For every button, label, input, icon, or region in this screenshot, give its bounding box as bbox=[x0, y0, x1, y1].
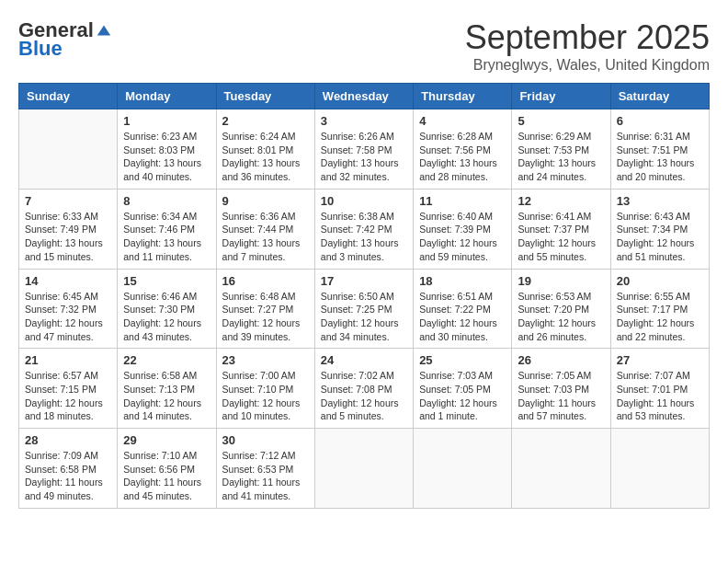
table-row: 28Sunrise: 7:09 AMSunset: 6:58 PMDayligh… bbox=[19, 429, 118, 509]
day-info: Sunrise: 6:55 AMSunset: 7:17 PMDaylight:… bbox=[617, 290, 703, 344]
table-row: 27Sunrise: 7:07 AMSunset: 7:01 PMDayligh… bbox=[610, 349, 709, 429]
page-header: General Blue September 2025 Bryneglwys, … bbox=[18, 18, 710, 74]
table-row: 9Sunrise: 6:36 AMSunset: 7:44 PMDaylight… bbox=[216, 189, 314, 269]
table-row: 5Sunrise: 6:29 AMSunset: 7:53 PMDaylight… bbox=[512, 109, 610, 190]
day-number: 15 bbox=[123, 274, 210, 288]
day-number: 24 bbox=[321, 353, 407, 367]
day-number: 30 bbox=[222, 433, 309, 447]
day-number: 10 bbox=[321, 194, 407, 208]
day-number: 18 bbox=[419, 274, 506, 288]
day-number: 29 bbox=[123, 433, 210, 447]
col-saturday: Saturday bbox=[610, 84, 709, 109]
table-row: 18Sunrise: 6:51 AMSunset: 7:22 PMDayligh… bbox=[414, 269, 512, 349]
calendar-week-3: 14Sunrise: 6:45 AMSunset: 7:32 PMDayligh… bbox=[19, 269, 710, 349]
day-number: 22 bbox=[123, 353, 210, 367]
table-row: 25Sunrise: 7:03 AMSunset: 7:05 PMDayligh… bbox=[414, 349, 512, 429]
day-info: Sunrise: 6:36 AMSunset: 7:44 PMDaylight:… bbox=[222, 210, 309, 264]
day-info: Sunrise: 6:31 AMSunset: 7:51 PMDaylight:… bbox=[617, 130, 703, 184]
logo-icon bbox=[96, 22, 112, 39]
day-info: Sunrise: 6:40 AMSunset: 7:39 PMDaylight:… bbox=[419, 210, 506, 264]
day-number: 9 bbox=[222, 194, 309, 208]
table-row: 29Sunrise: 7:10 AMSunset: 6:56 PMDayligh… bbox=[118, 429, 216, 509]
day-info: Sunrise: 6:23 AMSunset: 8:03 PMDaylight:… bbox=[123, 130, 210, 184]
table-row: 10Sunrise: 6:38 AMSunset: 7:42 PMDayligh… bbox=[314, 189, 413, 269]
day-info: Sunrise: 7:07 AMSunset: 7:01 PMDaylight:… bbox=[617, 369, 703, 423]
day-info: Sunrise: 7:12 AMSunset: 6:53 PMDaylight:… bbox=[222, 449, 309, 503]
table-row: 22Sunrise: 6:58 AMSunset: 7:13 PMDayligh… bbox=[118, 349, 216, 429]
table-row: 12Sunrise: 6:41 AMSunset: 7:37 PMDayligh… bbox=[512, 189, 610, 269]
day-info: Sunrise: 6:38 AMSunset: 7:42 PMDaylight:… bbox=[321, 210, 407, 264]
table-row bbox=[414, 429, 512, 509]
table-row: 26Sunrise: 7:05 AMSunset: 7:03 PMDayligh… bbox=[512, 349, 610, 429]
table-row: 6Sunrise: 6:31 AMSunset: 7:51 PMDaylight… bbox=[610, 109, 709, 190]
table-row: 15Sunrise: 6:46 AMSunset: 7:30 PMDayligh… bbox=[118, 269, 216, 349]
day-info: Sunrise: 7:05 AMSunset: 7:03 PMDaylight:… bbox=[518, 369, 604, 423]
day-number: 16 bbox=[222, 274, 309, 288]
col-sunday: Sunday bbox=[19, 84, 118, 109]
title-block: September 2025 Bryneglwys, Wales, United… bbox=[465, 18, 710, 74]
table-row: 2Sunrise: 6:24 AMSunset: 8:01 PMDaylight… bbox=[216, 109, 314, 190]
table-row: 11Sunrise: 6:40 AMSunset: 7:39 PMDayligh… bbox=[414, 189, 512, 269]
col-tuesday: Tuesday bbox=[216, 84, 314, 109]
calendar-header-row: Sunday Monday Tuesday Wednesday Thursday… bbox=[19, 84, 710, 109]
day-number: 12 bbox=[518, 194, 604, 208]
calendar-week-1: 1Sunrise: 6:23 AMSunset: 8:03 PMDaylight… bbox=[19, 109, 710, 190]
table-row: 16Sunrise: 6:48 AMSunset: 7:27 PMDayligh… bbox=[216, 269, 314, 349]
day-number: 26 bbox=[518, 353, 604, 367]
table-row: 13Sunrise: 6:43 AMSunset: 7:34 PMDayligh… bbox=[610, 189, 709, 269]
day-number: 5 bbox=[518, 114, 604, 128]
day-info: Sunrise: 6:46 AMSunset: 7:30 PMDaylight:… bbox=[123, 290, 210, 344]
day-number: 7 bbox=[25, 194, 111, 208]
day-info: Sunrise: 6:58 AMSunset: 7:13 PMDaylight:… bbox=[123, 369, 210, 423]
table-row bbox=[314, 429, 413, 509]
table-row: 8Sunrise: 6:34 AMSunset: 7:46 PMDaylight… bbox=[118, 189, 216, 269]
table-row: 3Sunrise: 6:26 AMSunset: 7:58 PMDaylight… bbox=[314, 109, 413, 190]
day-number: 2 bbox=[222, 114, 309, 128]
day-number: 23 bbox=[222, 353, 309, 367]
col-monday: Monday bbox=[118, 84, 216, 109]
day-info: Sunrise: 7:00 AMSunset: 7:10 PMDaylight:… bbox=[222, 369, 309, 423]
table-row: 23Sunrise: 7:00 AMSunset: 7:10 PMDayligh… bbox=[216, 349, 314, 429]
table-row: 30Sunrise: 7:12 AMSunset: 6:53 PMDayligh… bbox=[216, 429, 314, 509]
day-number: 17 bbox=[321, 274, 407, 288]
table-row: 7Sunrise: 6:33 AMSunset: 7:49 PMDaylight… bbox=[19, 189, 118, 269]
logo: General Blue bbox=[18, 18, 112, 61]
day-number: 20 bbox=[617, 274, 703, 288]
day-info: Sunrise: 6:34 AMSunset: 7:46 PMDaylight:… bbox=[123, 210, 210, 264]
day-number: 28 bbox=[25, 433, 111, 447]
day-info: Sunrise: 7:03 AMSunset: 7:05 PMDaylight:… bbox=[419, 369, 506, 423]
calendar-week-4: 21Sunrise: 6:57 AMSunset: 7:15 PMDayligh… bbox=[19, 349, 710, 429]
table-row: 21Sunrise: 6:57 AMSunset: 7:15 PMDayligh… bbox=[19, 349, 118, 429]
day-info: Sunrise: 6:45 AMSunset: 7:32 PMDaylight:… bbox=[25, 290, 111, 344]
col-thursday: Thursday bbox=[414, 84, 512, 109]
col-friday: Friday bbox=[512, 84, 610, 109]
day-info: Sunrise: 6:33 AMSunset: 7:49 PMDaylight:… bbox=[25, 210, 111, 264]
day-info: Sunrise: 6:50 AMSunset: 7:25 PMDaylight:… bbox=[321, 290, 407, 344]
table-row: 17Sunrise: 6:50 AMSunset: 7:25 PMDayligh… bbox=[314, 269, 413, 349]
day-info: Sunrise: 7:10 AMSunset: 6:56 PMDaylight:… bbox=[123, 449, 210, 503]
table-row: 1Sunrise: 6:23 AMSunset: 8:03 PMDaylight… bbox=[118, 109, 216, 190]
col-wednesday: Wednesday bbox=[314, 84, 413, 109]
logo-blue-text: Blue bbox=[18, 37, 63, 61]
month-title: September 2025 bbox=[465, 18, 710, 57]
day-info: Sunrise: 6:41 AMSunset: 7:37 PMDaylight:… bbox=[518, 210, 604, 264]
day-number: 11 bbox=[419, 194, 506, 208]
day-number: 14 bbox=[25, 274, 111, 288]
day-info: Sunrise: 7:02 AMSunset: 7:08 PMDaylight:… bbox=[321, 369, 407, 423]
day-info: Sunrise: 6:51 AMSunset: 7:22 PMDaylight:… bbox=[419, 290, 506, 344]
day-info: Sunrise: 7:09 AMSunset: 6:58 PMDaylight:… bbox=[25, 449, 111, 503]
calendar-week-2: 7Sunrise: 6:33 AMSunset: 7:49 PMDaylight… bbox=[19, 189, 710, 269]
day-info: Sunrise: 6:53 AMSunset: 7:20 PMDaylight:… bbox=[518, 290, 604, 344]
day-info: Sunrise: 6:29 AMSunset: 7:53 PMDaylight:… bbox=[518, 130, 604, 184]
svg-marker-0 bbox=[97, 26, 110, 36]
day-info: Sunrise: 6:57 AMSunset: 7:15 PMDaylight:… bbox=[25, 369, 111, 423]
day-info: Sunrise: 6:48 AMSunset: 7:27 PMDaylight:… bbox=[222, 290, 309, 344]
table-row: 4Sunrise: 6:28 AMSunset: 7:56 PMDaylight… bbox=[414, 109, 512, 190]
table-row: 20Sunrise: 6:55 AMSunset: 7:17 PMDayligh… bbox=[610, 269, 709, 349]
table-row: 19Sunrise: 6:53 AMSunset: 7:20 PMDayligh… bbox=[512, 269, 610, 349]
day-info: Sunrise: 6:24 AMSunset: 8:01 PMDaylight:… bbox=[222, 130, 309, 184]
calendar-week-5: 28Sunrise: 7:09 AMSunset: 6:58 PMDayligh… bbox=[19, 429, 710, 509]
day-number: 25 bbox=[419, 353, 506, 367]
day-number: 8 bbox=[123, 194, 210, 208]
day-number: 21 bbox=[25, 353, 111, 367]
